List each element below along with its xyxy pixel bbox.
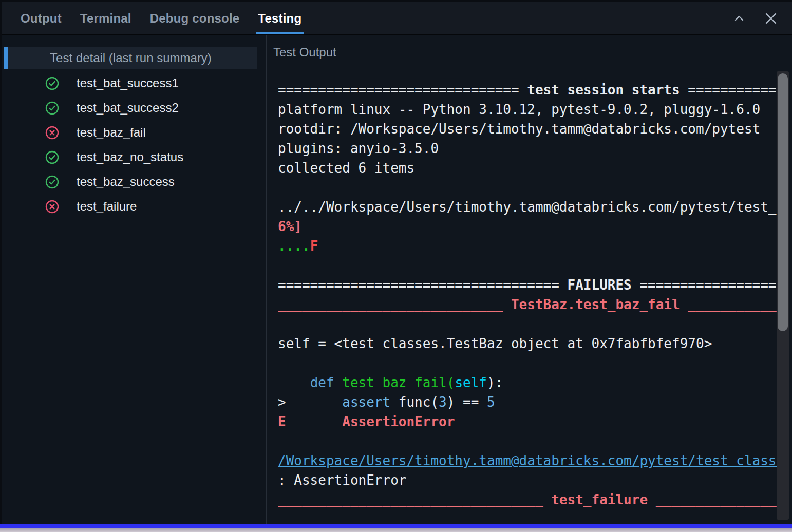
output-text-segment: 5 (487, 394, 495, 410)
output-text-segment: self = <test_classes.TestBaz object at 0… (278, 336, 712, 351)
output-line: _________________________________ test_f… (278, 490, 777, 509)
output-text-segment: E (278, 414, 286, 429)
test-sidebar: Test detail (last run summary) test_bat_… (2, 35, 266, 524)
output-text-segment: 6%] (278, 219, 302, 234)
test-output-title: Test Output (273, 45, 336, 60)
panel-tab-bar: OutputTerminalDebug consoleTesting (2, 2, 792, 35)
test-item-test-baz-fail[interactable]: test_baz_fail (2, 120, 266, 145)
test-detail-header[interactable]: Test detail (last run summary) (4, 47, 257, 69)
output-text-segment (286, 414, 343, 429)
test-output-panel: Test Output ============================… (267, 35, 792, 524)
test-name: test_bat_success1 (77, 76, 179, 90)
output-line: E AssertionError (278, 412, 777, 431)
test-passed-icon (45, 101, 68, 115)
panel-controls (730, 2, 780, 35)
output-text-segment: ) == (447, 394, 487, 410)
test-item-test-bat-success2[interactable]: test_bat_success2 (2, 96, 266, 120)
test-failed-icon (45, 126, 68, 140)
test-failed-icon (45, 200, 68, 214)
output-text-segment: 3 (439, 394, 447, 410)
output-text-segment: : AssertionError (278, 472, 406, 488)
output-text-segment: platform linux -- Python 3.10.12, pytest… (278, 102, 760, 117)
output-text-segment (334, 375, 343, 390)
close-icon[interactable] (762, 10, 780, 27)
chevron-up-icon[interactable] (730, 10, 748, 27)
output-line: ____________________________ TestBaz.tes… (278, 295, 777, 314)
output-line: =================================== FAIL… (278, 275, 777, 295)
terminal-output: ============================== test sess… (267, 70, 792, 524)
output-line: self = <test_classes.TestBaz object at 0… (278, 334, 777, 353)
output-text-segment: .... (278, 238, 310, 254)
test-name: test_baz_no_status (77, 150, 183, 164)
output-line: : AssertionError (278, 470, 777, 490)
test-name: test_baz_fail (77, 125, 146, 140)
test-list: test_bat_success1test_bat_success2test_b… (2, 71, 266, 219)
test-item-test-bat-success1[interactable]: test_bat_success1 (2, 71, 266, 96)
testing-panel-window: OutputTerminalDebug consoleTesting Test … (0, 0, 792, 532)
output-text-segment (278, 375, 310, 390)
output-line (278, 256, 777, 275)
test-name: test_failure (77, 199, 137, 214)
test-passed-icon (45, 175, 68, 189)
output-text-segment: def (310, 375, 334, 390)
output-text-segment: self (455, 375, 487, 390)
output-line: collected 6 items (278, 158, 777, 178)
output-text-segment: test_baz_fail( (342, 375, 455, 390)
output-line: platform linux -- Python 3.10.12, pytest… (278, 100, 777, 119)
output-text-segment: assert (342, 394, 390, 410)
test-item-test-failure[interactable]: test_failure (2, 194, 266, 219)
test-item-test-baz-success[interactable]: test_baz_success (2, 169, 266, 194)
selection-accent-bar (4, 47, 8, 69)
vertical-scrollbar-thumb[interactable] (778, 73, 788, 331)
output-line (278, 353, 777, 373)
test-output-header: Test Output (267, 35, 792, 69)
output-text-segment: AssertionError (342, 414, 455, 429)
output-text-segment: > (278, 394, 342, 410)
tab-debug-console[interactable]: Debug console (149, 2, 241, 34)
page-background-strip (0, 528, 792, 532)
output-line: def test_baz_fail(self): (278, 373, 777, 392)
output-line: ============================== test sess… (278, 80, 777, 100)
output-text-segment: ): (487, 375, 503, 390)
test-name: test_bat_success2 (77, 101, 179, 115)
output-line: plugins: anyio-3.5.0 (278, 139, 777, 158)
output-text-segment: =================================== FAIL… (278, 277, 777, 293)
test-detail-header-label: Test detail (last run summary) (50, 51, 212, 65)
test-passed-icon (45, 150, 68, 164)
output-text-segment: plugins: anyio-3.5.0 (278, 141, 439, 156)
output-text-segment: rootdir: /Workspace/Users/timothy.tamm@d… (278, 121, 760, 137)
output-text-segment: _________________________________ test_f… (278, 492, 777, 507)
tab-terminal[interactable]: Terminal (79, 2, 133, 34)
test-item-test-baz-no-status[interactable]: test_baz_no_status (2, 145, 266, 169)
output-line: > assert func(3) == 5 (278, 392, 777, 412)
panel: OutputTerminalDebug consoleTesting Test … (2, 2, 792, 524)
panel-focus-border (0, 524, 792, 528)
output-line: rootdir: /Workspace/Users/timothy.tamm@d… (278, 119, 777, 139)
output-line: ....F (278, 236, 777, 256)
output-line (278, 431, 777, 451)
file-link[interactable]: /Workspace/Users/timothy.tamm@databricks… (278, 453, 777, 468)
output-line (278, 314, 777, 334)
output-text-segment: func( (390, 394, 439, 410)
vertical-scrollbar-track[interactable] (777, 71, 789, 520)
output-text-segment: ____________________________ TestBaz.tes… (278, 297, 777, 312)
test-passed-icon (45, 77, 68, 90)
output-line: 6%] (278, 217, 777, 236)
tab-testing[interactable]: Testing (257, 2, 303, 34)
output-text-segment: collected 6 items (278, 160, 414, 176)
output-line: ../../Workspace/Users/timothy.tamm@datab… (278, 197, 777, 217)
test-name: test_baz_success (77, 175, 175, 189)
output-line (278, 178, 777, 197)
tab-output[interactable]: Output (20, 2, 63, 34)
output-line: /Workspace/Users/timothy.tamm@databricks… (278, 451, 777, 470)
output-text-segment: ============================== test sess… (278, 82, 777, 98)
output-text-segment: ../../Workspace/Users/timothy.tamm@datab… (278, 199, 777, 215)
output-text-segment: F (310, 238, 318, 254)
